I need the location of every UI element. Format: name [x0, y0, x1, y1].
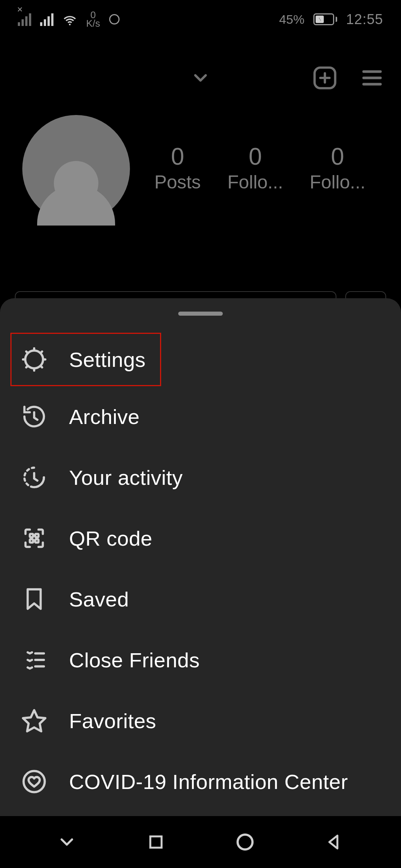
- menu-item-your-activity[interactable]: Your activity: [0, 447, 401, 508]
- menu-bottom-sheet: Settings Archive Your activity QR code S: [0, 298, 401, 816]
- menu-item-saved[interactable]: Saved: [0, 569, 401, 629]
- menu-item-label: Your activity: [69, 466, 183, 490]
- battery-percent: 45%: [279, 12, 304, 27]
- create-button[interactable]: [311, 64, 339, 92]
- system-nav-bar: [0, 816, 401, 868]
- wifi-icon: [62, 13, 77, 25]
- svg-marker-15: [23, 710, 45, 731]
- archive-icon: [21, 403, 48, 430]
- stat-followers[interactable]: 0 Follo...: [227, 145, 283, 193]
- avatar[interactable]: [22, 115, 130, 223]
- menu-item-label: QR code: [69, 526, 153, 550]
- bookmark-icon: [21, 586, 48, 612]
- stat-posts[interactable]: 0 Posts: [154, 145, 201, 193]
- qr-code-icon: [21, 525, 48, 552]
- stat-following[interactable]: 0 Follo...: [310, 145, 365, 193]
- svg-rect-9: [35, 534, 39, 537]
- stat-following-value: 0: [331, 145, 344, 168]
- clock: 12:55: [346, 11, 383, 27]
- menu-item-favorites[interactable]: Favorites: [0, 690, 401, 751]
- svg-point-18: [238, 835, 252, 849]
- svg-point-0: [69, 24, 71, 26]
- menu-item-label: COVID-19 Information Center: [69, 770, 348, 794]
- nav-home[interactable]: [230, 827, 260, 857]
- svg-rect-10: [30, 539, 33, 543]
- menu-item-label: Archive: [69, 405, 140, 429]
- profile-info: 0 Posts 0 Follo... 0 Follo...: [0, 115, 401, 223]
- network-speed: 0 K/s: [86, 11, 100, 28]
- menu-item-close-friends[interactable]: Close Friends: [0, 629, 401, 690]
- battery-icon: [313, 13, 337, 25]
- nav-back[interactable]: [319, 827, 349, 857]
- heart-circle-icon: [21, 768, 48, 795]
- menu-item-label: Favorites: [69, 709, 156, 733]
- svg-rect-11: [35, 539, 39, 543]
- menu-item-covid[interactable]: COVID-19 Information Center: [0, 751, 401, 812]
- svg-rect-17: [150, 836, 162, 848]
- signal-1-icon: [18, 13, 31, 26]
- status-circle-icon: [109, 14, 120, 24]
- close-friends-icon: [21, 647, 48, 673]
- menu-item-label: Saved: [69, 587, 129, 611]
- activity-icon: [21, 464, 48, 491]
- stat-followers-label: Follo...: [227, 171, 283, 193]
- menu-item-label: Settings: [69, 348, 146, 372]
- stat-posts-value: 0: [171, 145, 185, 168]
- username-dropdown[interactable]: [190, 68, 211, 88]
- hamburger-menu-button[interactable]: [359, 65, 385, 91]
- nav-hide-keyboard[interactable]: [52, 827, 82, 857]
- svg-marker-19: [329, 836, 338, 849]
- profile-header: [0, 52, 401, 104]
- svg-rect-8: [30, 534, 33, 537]
- svg-point-16: [24, 771, 45, 792]
- sheet-drag-handle[interactable]: [178, 312, 223, 316]
- stat-following-label: Follo...: [310, 171, 365, 193]
- stat-followers-value: 0: [249, 145, 262, 168]
- star-icon: [21, 707, 48, 734]
- menu-item-archive[interactable]: Archive: [0, 386, 401, 447]
- signal-2-icon: [40, 13, 53, 26]
- nav-recents[interactable]: [141, 827, 171, 857]
- menu-item-label: Close Friends: [69, 648, 200, 672]
- status-bar: 0 K/s 45% 12:55: [0, 0, 401, 39]
- menu-item-qr-code[interactable]: QR code: [0, 508, 401, 569]
- network-speed-unit: K/s: [86, 19, 100, 28]
- menu-list: Settings Archive Your activity QR code S: [0, 333, 401, 812]
- gear-icon: [21, 346, 48, 373]
- menu-item-settings[interactable]: Settings: [10, 333, 161, 386]
- stat-posts-label: Posts: [154, 171, 201, 193]
